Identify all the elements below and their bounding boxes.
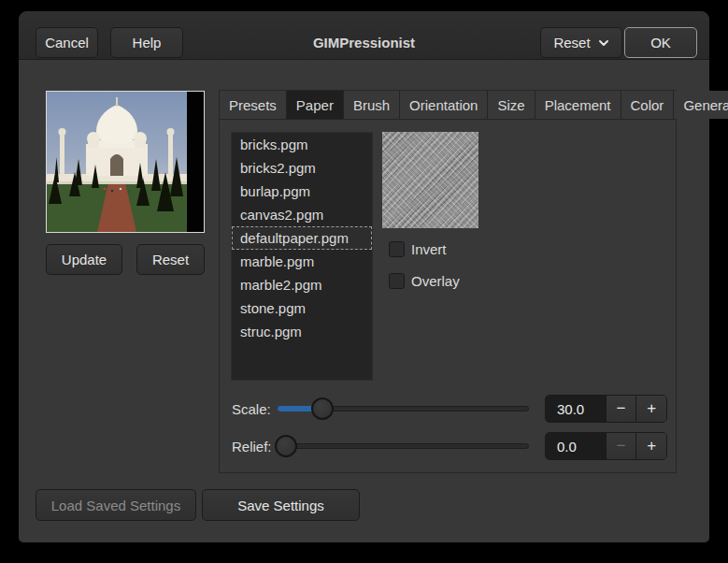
scale-row: Scale: 30.0 − + <box>232 395 667 423</box>
chevron-down-icon <box>598 37 609 49</box>
scale-minus-button[interactable]: − <box>606 396 636 422</box>
settings-notebook: Presets Paper Brush Orientation Size Pla… <box>219 90 677 473</box>
relief-slider-track[interactable] <box>278 443 529 449</box>
tab-brush[interactable]: Brush <box>344 91 400 119</box>
tab-presets[interactable]: Presets <box>220 91 287 119</box>
relief-spingroup: 0.0 − + <box>545 432 667 460</box>
reset-preview-button[interactable]: Reset <box>136 244 205 275</box>
list-item[interactable]: canvas2.pgm <box>232 203 372 226</box>
save-settings-button[interactable]: Save Settings <box>202 489 360 521</box>
list-item-selected[interactable]: defaultpaper.pgm <box>232 226 372 250</box>
source-preview-image <box>47 92 187 232</box>
overlay-checkbox[interactable] <box>389 273 405 289</box>
relief-row: Relief: 0.0 − + <box>232 432 667 460</box>
list-item[interactable]: stone.pgm <box>232 296 372 320</box>
list-item[interactable]: bricks.pgm <box>232 133 372 156</box>
list-item[interactable]: marble.pgm <box>232 250 372 273</box>
help-button[interactable]: Help <box>110 27 183 58</box>
list-item[interactable]: struc.pgm <box>232 320 372 343</box>
load-saved-settings-button[interactable]: Load Saved Settings <box>36 489 196 521</box>
scale-value-input[interactable]: 30.0 <box>546 396 606 422</box>
tab-color[interactable]: Color <box>621 91 675 119</box>
relief-minus-button[interactable]: − <box>606 433 636 459</box>
cancel-button[interactable]: Cancel <box>36 27 98 58</box>
overlay-label: Overlay <box>411 273 460 289</box>
list-item[interactable]: burlap.pgm <box>232 180 372 203</box>
source-preview-frame <box>46 91 205 233</box>
invert-label: Invert <box>411 241 447 257</box>
ok-button[interactable]: OK <box>624 27 697 58</box>
relief-slider[interactable] <box>278 432 529 460</box>
reset-dropdown-label: Reset <box>553 35 590 51</box>
reset-dropdown-button[interactable]: Reset <box>540 27 622 58</box>
relief-value-input[interactable]: 0.0 <box>546 433 606 459</box>
paper-texture-preview <box>382 132 478 228</box>
scale-spingroup: 30.0 − + <box>545 395 667 423</box>
scale-slider-thumb[interactable] <box>311 397 334 420</box>
list-item[interactable]: marble2.pgm <box>232 273 372 296</box>
scale-plus-button[interactable]: + <box>635 396 666 422</box>
preview-letterbox <box>187 92 204 232</box>
overlay-checkbox-row: Overlay <box>389 273 460 289</box>
scale-label: Scale: <box>232 401 278 417</box>
scale-slider[interactable] <box>278 395 529 423</box>
headerbar: Cancel Help GIMPressionist Reset OK <box>19 11 709 60</box>
screen: Cancel Help GIMPressionist Reset OK <box>0 0 728 563</box>
tab-paper[interactable]: Paper <box>287 91 344 119</box>
tab-placement[interactable]: Placement <box>535 91 621 119</box>
tab-strip: Presets Paper Brush Orientation Size Pla… <box>220 91 676 120</box>
tab-size[interactable]: Size <box>488 91 535 119</box>
invert-checkbox-row: Invert <box>389 241 447 257</box>
relief-slider-thumb[interactable] <box>275 435 297 457</box>
update-preview-button[interactable]: Update <box>46 244 122 275</box>
list-item[interactable]: bricks2.pgm <box>232 156 372 180</box>
gimpressionist-dialog: Cancel Help GIMPressionist Reset OK <box>19 11 709 542</box>
tab-general[interactable]: General <box>674 91 728 119</box>
tab-orientation[interactable]: Orientation <box>400 91 488 119</box>
relief-label: Relief: <box>232 439 278 455</box>
invert-checkbox[interactable] <box>389 241 405 257</box>
relief-plus-button[interactable]: + <box>635 433 666 459</box>
paper-file-list: bricks.pgm bricks2.pgm burlap.pgm canvas… <box>231 132 373 381</box>
